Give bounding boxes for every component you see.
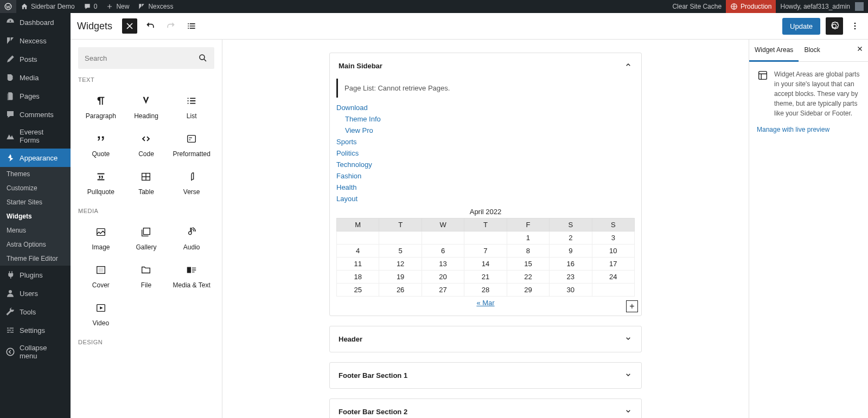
site-name[interactable]: Siderbar Demo [16,0,79,13]
account-howdy[interactable]: Howdy, aefaf313_admin [776,0,868,13]
nexcess-link[interactable]: Nexcess [133,0,177,13]
comments-bubble[interactable]: 0 [79,0,102,13]
wp-logo[interactable] [0,0,16,13]
new-content[interactable]: New [101,0,133,13]
clear-cache[interactable]: Clear Site Cache [668,0,726,13]
admin-bar: Siderbar Demo 0 New Nexcess Clear Site C… [0,0,868,13]
avatar [855,2,864,11]
production-badge[interactable]: Production [726,0,776,13]
